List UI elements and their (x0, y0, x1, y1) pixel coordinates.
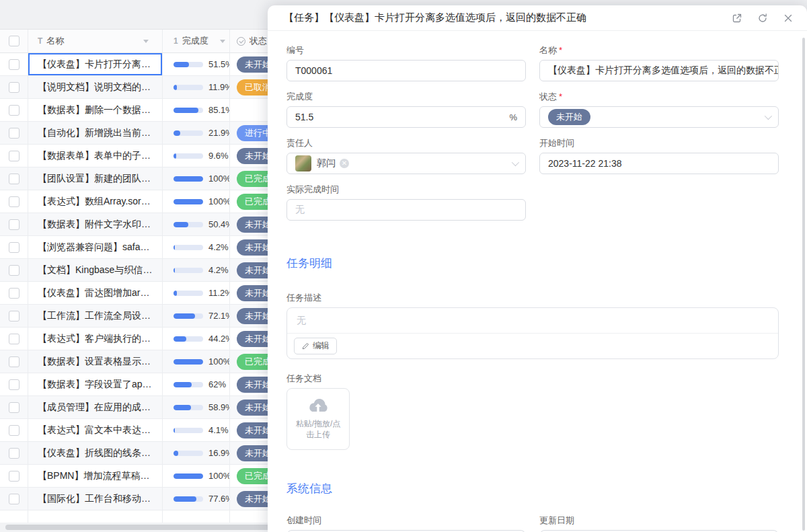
task-name-cell[interactable]: 【表达式】富文本中表达式... (28, 419, 163, 442)
progress-cell[interactable]: 100% (163, 167, 230, 190)
row-checkbox[interactable] (9, 59, 20, 70)
progress-value: 62% (208, 379, 226, 389)
number-type-icon: 1 (174, 36, 178, 46)
select-all-checkbox[interactable] (9, 36, 20, 46)
panel-vertical-scrollbar[interactable] (802, 38, 805, 531)
chevron-down-icon (512, 159, 519, 166)
progress-cell[interactable]: 11.9% (163, 76, 230, 99)
caret-down-icon[interactable] (220, 40, 225, 43)
field-status-label: 状态 (539, 91, 557, 102)
row-checkbox[interactable] (9, 311, 20, 321)
progress-value: 4.2% (208, 265, 229, 275)
task-name-cell[interactable]: 【文档】Kingbase与织信平... (28, 259, 163, 282)
edit-description-button[interactable]: 编辑 (294, 338, 337, 354)
progress-value: 4.2% (208, 242, 229, 252)
required-mark: * (559, 45, 562, 55)
row-checkbox[interactable] (9, 494, 20, 504)
progress-cell[interactable]: 16.9% (163, 442, 230, 465)
row-checkbox[interactable] (9, 105, 20, 116)
task-name-cell[interactable]: 【表达式】客户端执行的表... (28, 328, 163, 350)
name-input[interactable]: 【仪表盘】卡片打开分离多选值选项后，返回的数据不正确 (539, 60, 779, 81)
upload-dropzone[interactable]: 粘贴/拖放/点击上传 (286, 388, 350, 450)
progress-cell[interactable]: 51.5% (163, 53, 230, 76)
row-checkbox[interactable] (9, 471, 20, 482)
progress-cell[interactable]: 85.1% (163, 99, 230, 122)
progress-cell[interactable]: 58.9% (163, 396, 230, 419)
row-checkbox[interactable] (9, 128, 20, 139)
progress-cell[interactable]: 21.9% (163, 122, 230, 145)
progress-cell[interactable]: 50.4% (163, 213, 230, 236)
task-name-cell[interactable]: 【自动化】新增跳出当前循... (28, 122, 163, 145)
column-header-progress[interactable]: 1 完成度 (163, 30, 230, 53)
row-checkbox[interactable] (9, 151, 20, 161)
task-name-cell[interactable]: 【数据表】设置表格显示字... (28, 350, 163, 373)
open-in-new-window-icon[interactable] (732, 13, 742, 24)
close-icon[interactable] (783, 13, 794, 24)
actual-finish-input[interactable]: 无 (286, 199, 526, 221)
status-select[interactable]: 未开始 (539, 106, 779, 128)
task-name-cell[interactable]: 【工作流】工作流全局设置... (28, 305, 163, 328)
progress-cell[interactable]: 100% (163, 350, 230, 373)
task-name-cell[interactable]: 【数据表】字段设置了app剪... (28, 373, 163, 396)
caret-down-icon[interactable] (143, 40, 149, 43)
row-checkbox[interactable] (9, 402, 20, 413)
progress-cell[interactable]: 62% (163, 373, 230, 396)
assignee-avatar (295, 155, 311, 172)
row-checkbox-cell (0, 419, 28, 442)
row-checkbox[interactable] (9, 196, 20, 207)
task-name-cell[interactable]: 【说明文档】说明文档的md... (28, 76, 163, 99)
number-input[interactable]: T000061 (286, 60, 526, 81)
progress-input[interactable]: 51.5 % (286, 106, 526, 128)
task-name-cell[interactable]: 【仪表盘】卡片打开分离多... (28, 53, 163, 76)
row-checkbox[interactable] (9, 334, 20, 344)
progress-cell[interactable]: 77.6% (163, 488, 230, 510)
row-checkbox[interactable] (9, 448, 20, 459)
task-name-cell[interactable]: 【成员管理】在应用的成员... (28, 396, 163, 419)
progress-value: 72.1% (208, 311, 230, 321)
progress-value: 85.1% (208, 105, 230, 115)
task-name-cell[interactable]: 【数据表单】表单中的子表... (28, 145, 163, 167)
progress-cell[interactable]: 100% (163, 465, 230, 488)
progress-cell[interactable]: 11.2% (163, 282, 230, 305)
refresh-icon[interactable] (757, 13, 768, 24)
progress-cell[interactable]: 4.2% (163, 259, 230, 282)
progress-cell[interactable]: 72.1% (163, 305, 230, 328)
row-checkbox[interactable] (9, 379, 20, 390)
progress-cell[interactable]: 44.2% (163, 328, 230, 350)
column-label-name: 名称 (46, 35, 64, 47)
task-name-cell[interactable]: 【表达式】数组Array.sort排... (28, 190, 163, 213)
task-name-cell[interactable]: 【团队设置】新建的团队初... (28, 167, 163, 190)
row-checkbox[interactable] (9, 242, 20, 253)
task-name: 【团队设置】新建的团队初... (38, 173, 153, 185)
task-name-cell[interactable]: 【数据表】删除一个数据表... (28, 99, 163, 122)
progress-cell[interactable]: 9.6% (163, 145, 230, 167)
row-checkbox[interactable] (9, 265, 20, 276)
task-name-cell[interactable]: 【仪表盘】折线图的线条样... (28, 442, 163, 465)
row-checkbox[interactable] (9, 219, 20, 230)
remove-assignee-icon[interactable]: ✕ (340, 159, 349, 168)
row-checkbox-cell (0, 350, 28, 373)
progress-cell[interactable]: 4.2% (163, 236, 230, 259)
task-name: 【仪表盘】卡片打开分离多... (38, 59, 153, 71)
row-checkbox[interactable] (9, 356, 20, 367)
task-name: 【国际化】工作台和移动端... (38, 493, 153, 505)
horizontal-scrollbar-thumb[interactable] (5, 525, 278, 530)
row-checkbox[interactable] (9, 174, 20, 184)
assignee-select[interactable]: 郭闫 ✕ (286, 153, 526, 174)
row-checkbox[interactable] (9, 82, 20, 93)
column-header-name[interactable]: T 名称 (28, 30, 163, 53)
task-name-cell[interactable]: 【国际化】工作台和移动端... (28, 488, 163, 510)
task-name-cell[interactable]: 【仪表盘】雷达图增加areaS... (28, 282, 163, 305)
start-time-input[interactable]: 2023-11-22 21:38 (539, 153, 779, 174)
row-checkbox[interactable] (9, 425, 20, 436)
task-name-cell[interactable]: 【数据表】附件文字水印中... (28, 213, 163, 236)
task-description-value[interactable]: 无 (287, 308, 778, 334)
progress-cell[interactable]: 4.1% (163, 419, 230, 442)
row-checkbox-cell (0, 213, 28, 236)
task-name: 【表达式】客户端执行的表... (38, 333, 153, 345)
row-checkbox[interactable] (9, 288, 20, 299)
task-name-cell[interactable]: 【浏览器兼容问题】safari浏... (28, 236, 163, 259)
progress-bar (174, 428, 203, 433)
task-name-cell[interactable]: 【BPMN】增加流程草稿功能 (28, 465, 163, 488)
progress-cell[interactable]: 100% (163, 190, 230, 213)
